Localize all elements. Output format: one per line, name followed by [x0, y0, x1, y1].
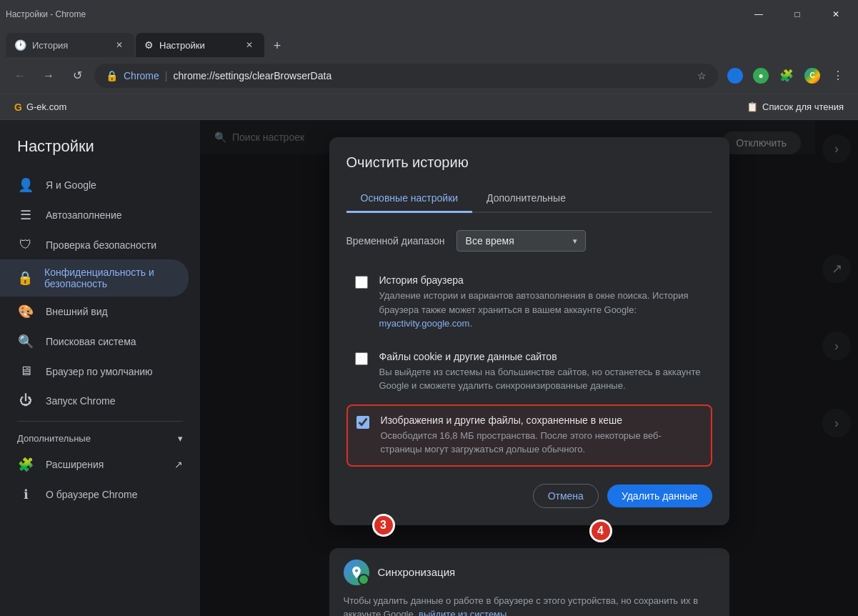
tab-settings[interactable]: ⚙ Настройки ✕	[136, 33, 264, 57]
sidebar-item-extensions[interactable]: 🧩 Расширения ↗	[0, 449, 200, 480]
time-range-label: Временной диапазон	[346, 235, 445, 247]
tab-settings-label: Настройки	[159, 40, 205, 51]
checkbox-cookies-input[interactable]	[355, 352, 368, 365]
new-tab-button[interactable]: +	[266, 34, 289, 57]
sidebar-item-startup-label: Запуск Chrome	[46, 395, 115, 407]
extensions-button[interactable]: 🧩	[775, 64, 798, 87]
checkbox-browser-history-desc: Удаление истории и вариантов автозаполне…	[379, 289, 704, 331]
delete-data-button[interactable]: Удалить данные	[607, 485, 712, 507]
sidebar-title: Настройки	[0, 131, 200, 170]
reading-list-icon: 📋	[747, 101, 758, 112]
sidebar-advanced-arrow: ▾	[178, 433, 183, 444]
reading-list-button[interactable]: 📋 Список для чтения	[741, 99, 849, 115]
dialog-tab-advanced[interactable]: Дополнительные	[472, 185, 580, 213]
checkbox-cache-wrap[interactable]	[356, 416, 369, 432]
privacy-icon: 🔒	[17, 270, 33, 286]
bookmark-gek[interactable]: G G-ek.com	[9, 99, 72, 116]
sidebar-item-privacy-label: Конфиденциальность и безопасность	[44, 267, 171, 289]
sidebar-item-appearance[interactable]: 🎨 Внешний вид	[0, 297, 189, 327]
sync-status-button[interactable]: ●	[749, 64, 772, 87]
myactivity-link[interactable]: myactivity.google.com.	[379, 318, 473, 329]
sidebar-item-startup[interactable]: ⏻ Запуск Chrome	[0, 386, 189, 415]
about-icon: ℹ	[17, 487, 34, 502]
url-separator: |	[165, 70, 168, 81]
window-title: Настройки - Chrome	[6, 9, 86, 19]
extensions-external-icon: ↗	[174, 459, 183, 470]
checkbox-cookies: Файлы cookie и другие данные сайтов Вы в…	[346, 342, 712, 402]
annotation-4: 4	[589, 520, 612, 542]
checkbox-browser-history-wrap[interactable]	[355, 276, 368, 292]
checkbox-browser-history-content: История браузера Удаление истории и вари…	[379, 274, 704, 331]
sidebar-item-autofill-label: Автозаполнение	[46, 209, 122, 221]
me-google-icon: 👤	[17, 177, 34, 193]
menu-button[interactable]: ⋮	[827, 64, 849, 87]
sidebar-advanced[interactable]: Дополнительные ▾	[0, 427, 200, 449]
checkbox-browser-history: История браузера Удаление истории и вари…	[346, 266, 712, 339]
dialog-title: Очистить историю	[346, 154, 712, 171]
sidebar-item-me-google-label: Я и Google	[46, 179, 96, 191]
checkbox-cookies-wrap[interactable]	[355, 352, 368, 368]
time-range-row: Временной диапазон Последний час Последн…	[346, 230, 712, 252]
extensions-sidebar-icon: 🧩	[17, 457, 34, 472]
checkbox-cache: Изображения и другие файлы, сохраненные …	[346, 404, 712, 467]
security-icon: 🛡	[17, 237, 34, 252]
time-range-select-wrapper[interactable]: Последний час Последние 24 часа Последни…	[457, 230, 586, 252]
tab-settings-close[interactable]: ✕	[243, 39, 256, 51]
modal-overlay: Очистить историю Основные настройки Допо…	[200, 120, 858, 616]
bookmark-star-icon[interactable]: ☆	[697, 70, 707, 81]
sidebar-item-search-label: Поисковая система	[46, 336, 136, 347]
sidebar-item-autofill[interactable]: ☰ Автозаполнение	[0, 200, 189, 230]
back-button[interactable]: ←	[9, 64, 31, 87]
maximize-button[interactable]: □	[781, 3, 814, 26]
default-browser-icon: 🖥	[17, 364, 34, 379]
checkbox-cookies-title: Файлы cookie и другие данные сайтов	[379, 351, 704, 362]
sidebar-item-about-label: О браузере Chrome	[46, 489, 138, 500]
tab-history-label: История	[32, 40, 68, 51]
checkbox-cache-desc: Освободится 16,8 МБ пространства. После …	[381, 429, 702, 457]
forward-button[interactable]: →	[37, 64, 60, 87]
sidebar: Настройки 👤 Я и Google ☰ Автозаполнение …	[0, 120, 200, 616]
sync-avatar	[344, 560, 369, 585]
chrome-update-button[interactable]: C	[801, 64, 824, 87]
clear-history-dialog: Очистить историю Основные настройки Допо…	[329, 137, 729, 525]
tab-settings-icon: ⚙	[144, 39, 154, 51]
tab-history-icon: 🕐	[14, 39, 26, 51]
sidebar-item-about[interactable]: ℹ О браузере Chrome	[0, 480, 189, 510]
sidebar-item-me-google[interactable]: 👤 Я и Google	[0, 170, 189, 200]
dialog-buttons: Отмена Удалить данные	[346, 484, 712, 508]
time-range-select[interactable]: Последний час Последние 24 часа Последни…	[457, 230, 586, 252]
sidebar-item-default-browser-label: Браузер по умолчанию	[46, 366, 153, 377]
bookmark-gek-label: G-ek.com	[26, 101, 66, 112]
omnibox[interactable]: 🔒 Chrome | chrome://settings/clearBrowse…	[94, 64, 718, 88]
dialog-tab-basic[interactable]: Основные настройки	[346, 185, 473, 213]
account-button[interactable]: 👤	[724, 64, 747, 87]
address-bar: ← → ↺ 🔒 Chrome | chrome://settings/clear…	[0, 57, 858, 94]
sidebar-item-security[interactable]: 🛡 Проверка безопасности	[0, 230, 189, 259]
chrome-brand: Chrome	[124, 70, 159, 81]
sidebar-item-appearance-label: Внешний вид	[46, 306, 108, 317]
checkbox-cookies-desc: Вы выйдете из системы на большинстве сай…	[379, 365, 704, 393]
tab-bar: 🕐 История ✕ ⚙ Настройки ✕ +	[0, 29, 858, 57]
checkbox-cache-input[interactable]	[356, 416, 369, 429]
reload-button[interactable]: ↺	[66, 64, 89, 87]
title-bar: Настройки - Chrome — □ ✕	[0, 0, 858, 29]
bookmarks-bar: G G-ek.com 📋 Список для чтения	[0, 94, 858, 120]
minimize-button[interactable]: —	[742, 3, 775, 26]
close-button[interactable]: ✕	[819, 3, 852, 26]
tab-history-close[interactable]: ✕	[113, 39, 126, 51]
tab-history[interactable]: 🕐 История ✕	[6, 33, 134, 57]
reading-list-label: Список для чтения	[762, 101, 844, 112]
url-text: chrome://settings/clearBrowserData	[173, 70, 331, 81]
sync-desc: Чтобы удалить данные о работе в браузере…	[344, 594, 715, 617]
cancel-button[interactable]: Отмена	[533, 484, 599, 508]
main-layout: Настройки 👤 Я и Google ☰ Автозаполнение …	[0, 120, 858, 616]
sign-out-link[interactable]: выйдите из системы	[419, 609, 507, 616]
sidebar-item-search[interactable]: 🔍 Поисковая система	[0, 327, 189, 357]
sidebar-item-privacy[interactable]: 🔒 Конфиденциальность и безопасность	[0, 259, 189, 297]
sync-header: Синхронизация	[344, 560, 715, 585]
sidebar-item-default-browser[interactable]: 🖥 Браузер по умолчанию	[0, 357, 189, 386]
content-area: 🔍 Поиск настроек Отключить › ↗ › › Очист…	[200, 120, 858, 616]
startup-icon: ⏻	[17, 393, 34, 408]
checkbox-browser-history-input[interactable]	[355, 276, 368, 289]
window-controls: — □ ✕	[742, 3, 852, 26]
